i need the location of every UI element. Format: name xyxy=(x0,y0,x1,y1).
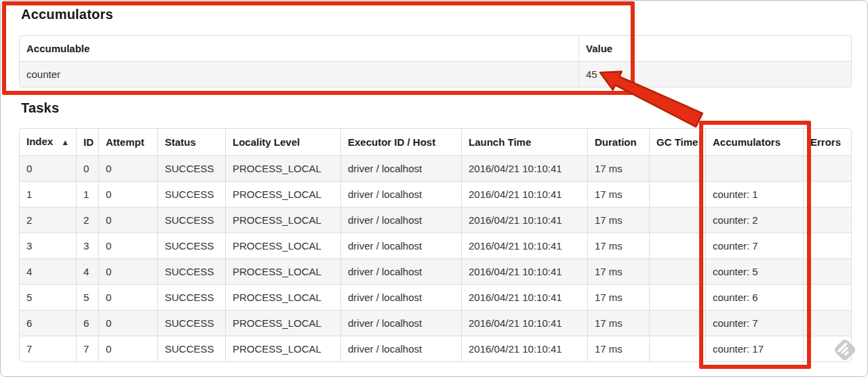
status-cell: SUCCESS xyxy=(157,233,225,258)
attempt-cell: 0 xyxy=(98,207,157,233)
attempt-cell: 0 xyxy=(98,258,157,284)
duration-cell: 17 ms xyxy=(587,155,649,181)
executor-cell: driver / localhost xyxy=(340,284,461,310)
attempt-cell: 0 xyxy=(98,310,157,336)
id-cell: 0 xyxy=(76,155,98,181)
executor-cell: driver / localhost xyxy=(340,336,461,361)
accumulators-cell: counter: 17 xyxy=(705,336,803,361)
id-cell: 7 xyxy=(76,336,98,361)
errors-cell xyxy=(803,233,851,258)
id-cell: 3 xyxy=(76,233,98,258)
index-cell: 5 xyxy=(20,284,76,310)
executor-cell: driver / localhost xyxy=(340,181,461,207)
errors-cell xyxy=(803,207,851,233)
col-header-locality-level[interactable]: Locality Level xyxy=(225,129,340,155)
duration-cell: 17 ms xyxy=(587,336,649,361)
task-row: 6 6 0 SUCCESS PROCESS_LOCAL driver / loc… xyxy=(20,310,851,336)
index-cell: 0 xyxy=(20,155,76,181)
id-cell: 5 xyxy=(76,284,98,310)
gc-time-cell xyxy=(649,233,705,258)
executor-cell: driver / localhost xyxy=(340,233,461,258)
gc-time-cell xyxy=(649,258,705,284)
executor-cell: driver / localhost xyxy=(340,207,461,233)
locality-cell: PROCESS_LOCAL xyxy=(225,155,340,181)
skitch-watermark-icon xyxy=(831,336,859,363)
status-cell: SUCCESS xyxy=(157,155,225,181)
index-cell: 6 xyxy=(20,310,76,336)
accumulators-cell: counter: 6 xyxy=(705,284,803,310)
page-frame: Accumulators Accumulable Value counter 4… xyxy=(0,0,868,377)
launch-time-cell: 2016/04/21 10:10:41 xyxy=(461,233,587,258)
attempt-cell: 0 xyxy=(98,155,157,181)
executor-cell: driver / localhost xyxy=(340,258,461,284)
errors-cell xyxy=(803,258,851,284)
errors-cell xyxy=(803,155,851,181)
col-header-accumulable: Accumulable xyxy=(20,36,578,61)
errors-cell xyxy=(803,284,851,310)
sort-ascending-icon: ▲ xyxy=(61,138,69,147)
gc-time-cell xyxy=(649,181,705,207)
locality-cell: PROCESS_LOCAL xyxy=(225,336,340,361)
duration-cell: 17 ms xyxy=(587,207,649,233)
col-header-status[interactable]: Status xyxy=(157,129,225,155)
accumulable-value-cell: 45 xyxy=(578,61,851,87)
tasks-header-row: Index▲ ID Attempt Status Locality Level … xyxy=(20,129,851,155)
status-cell: SUCCESS xyxy=(157,181,225,207)
duration-cell: 17 ms xyxy=(587,258,649,284)
task-row: 2 2 0 SUCCESS PROCESS_LOCAL driver / loc… xyxy=(20,207,851,233)
col-header-errors[interactable]: Errors xyxy=(803,129,851,155)
col-header-value: Value xyxy=(578,36,851,61)
duration-cell: 17 ms xyxy=(587,233,649,258)
task-row: 5 5 0 SUCCESS PROCESS_LOCAL driver / loc… xyxy=(20,284,851,310)
launch-time-cell: 2016/04/21 10:10:41 xyxy=(461,207,587,233)
status-cell: SUCCESS xyxy=(157,310,225,336)
executor-cell: driver / localhost xyxy=(340,310,461,336)
accumulators-cell: counter: 1 xyxy=(705,181,803,207)
col-header-duration[interactable]: Duration xyxy=(587,129,649,155)
id-cell: 6 xyxy=(76,310,98,336)
gc-time-cell xyxy=(649,155,705,181)
index-cell: 3 xyxy=(20,233,76,258)
col-header-id[interactable]: ID xyxy=(76,129,98,155)
locality-cell: PROCESS_LOCAL xyxy=(225,310,340,336)
id-cell: 1 xyxy=(76,181,98,207)
launch-time-cell: 2016/04/21 10:10:41 xyxy=(461,284,587,310)
launch-time-cell: 2016/04/21 10:10:41 xyxy=(461,181,587,207)
tasks-table: Index▲ ID Attempt Status Locality Level … xyxy=(19,128,852,362)
col-header-index-label: Index xyxy=(26,136,53,147)
col-header-attempt[interactable]: Attempt xyxy=(98,129,157,155)
accumulators-cell: counter: 5 xyxy=(705,258,803,284)
launch-time-cell: 2016/04/21 10:10:41 xyxy=(461,336,587,361)
index-cell: 4 xyxy=(20,258,76,284)
gc-time-cell xyxy=(649,284,705,310)
status-cell: SUCCESS xyxy=(157,207,225,233)
col-header-index[interactable]: Index▲ xyxy=(20,129,76,155)
tasks-section-title: Tasks xyxy=(21,100,59,116)
locality-cell: PROCESS_LOCAL xyxy=(225,207,340,233)
status-cell: SUCCESS xyxy=(157,284,225,310)
accumulators-section-title: Accumulators xyxy=(21,7,113,22)
accumulators-header-row: Accumulable Value xyxy=(20,36,851,61)
col-header-gc-time[interactable]: GC Time xyxy=(649,129,705,155)
task-row: 3 3 0 SUCCESS PROCESS_LOCAL driver / loc… xyxy=(20,233,851,258)
task-row: 7 7 0 SUCCESS PROCESS_LOCAL driver / loc… xyxy=(20,336,851,361)
attempt-cell: 0 xyxy=(98,233,157,258)
task-row: 0 0 0 SUCCESS PROCESS_LOCAL driver / loc… xyxy=(20,155,851,181)
task-row: 4 4 0 SUCCESS PROCESS_LOCAL driver / loc… xyxy=(20,258,851,284)
duration-cell: 17 ms xyxy=(587,181,649,207)
accumulators-cell: counter: 2 xyxy=(705,207,803,233)
index-cell: 2 xyxy=(20,207,76,233)
attempt-cell: 0 xyxy=(98,181,157,207)
locality-cell: PROCESS_LOCAL xyxy=(225,233,340,258)
locality-cell: PROCESS_LOCAL xyxy=(225,258,340,284)
id-cell: 4 xyxy=(76,258,98,284)
status-cell: SUCCESS xyxy=(157,258,225,284)
col-header-executor-id-host[interactable]: Executor ID / Host xyxy=(340,129,461,155)
accumulators-cell xyxy=(705,155,803,181)
gc-time-cell xyxy=(649,336,705,361)
gc-time-cell xyxy=(649,310,705,336)
accumulator-row: counter 45 xyxy=(20,61,851,87)
executor-cell: driver / localhost xyxy=(340,155,461,181)
col-header-launch-time[interactable]: Launch Time xyxy=(461,129,587,155)
col-header-accumulators[interactable]: Accumulators xyxy=(705,129,803,155)
